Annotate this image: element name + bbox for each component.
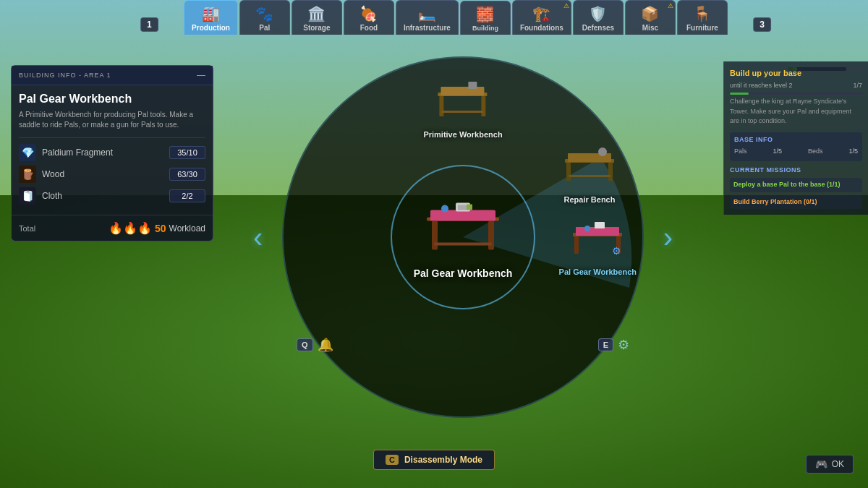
cloth-name: Cloth	[42, 191, 163, 201]
tab-furniture[interactable]: 🪑 Furniture	[677, 0, 728, 35]
tab-misc[interactable]: ⚠ 📦 Misc	[625, 0, 676, 35]
tab-defenses[interactable]: 🛡️ Defenses	[573, 0, 624, 35]
repair-bench-image	[557, 143, 622, 194]
beds-label: Beds	[808, 147, 823, 157]
wood-count: 63/30	[169, 168, 205, 181]
material-row-cloth: 🧻 Cloth 2/2	[19, 187, 205, 205]
primitive-workbench-label: Primitive Workbench	[423, 130, 502, 139]
tab-infrastructure[interactable]: 🛏️ Infrastructure	[396, 0, 459, 35]
tab-food[interactable]: 🍖 Food	[344, 0, 394, 35]
disassembly-label: Disassembly Mode	[404, 455, 482, 465]
nav-counter-right: 3	[753, 17, 771, 32]
tab-building-label: Building	[472, 25, 498, 32]
tab-production-label: Production	[192, 24, 230, 32]
paldium-count: 35/10	[169, 146, 205, 159]
bell-icon: 🔔	[318, 337, 333, 353]
production-icon: 🏭	[202, 5, 220, 22]
base-info-title: Base Info	[734, 135, 858, 145]
pal-gear-workbench-right-label: Pal Gear Workbench	[559, 267, 637, 276]
quest-description: Challenge the king at Rayne Syndicate's …	[730, 97, 862, 127]
food-icon: 🍖	[359, 5, 378, 22]
wood-icon: 🪵	[19, 166, 36, 183]
pal-gear-workbench-right-image: ⚙	[565, 215, 630, 266]
svg-rect-13	[440, 96, 444, 116]
mission-1: Deploy a base Pal to the base (1/1)	[730, 178, 862, 192]
mission-2-title: Build Berry Plantation (0/1)	[733, 197, 859, 207]
base-info-pals: Pals 1/5 Beds 1/5	[734, 147, 858, 157]
building-icon: 🧱	[476, 6, 494, 23]
tab-furniture-label: Furniture	[686, 24, 718, 32]
material-row-paldium: 💎 Paldium Fragment 35/10	[19, 144, 205, 161]
svg-rect-12	[469, 82, 477, 89]
tab-misc-label: Misc	[642, 24, 658, 32]
radial-item-pal-gear-right[interactable]: ⚙ Pal Gear Workbench	[559, 215, 637, 276]
workload: 🔥🔥🔥 50 Workload	[109, 221, 205, 235]
tab-foundations-label: Foundations	[520, 24, 563, 32]
radial-menu: Pal Gear Workbench Primitive Workbench	[282, 56, 644, 418]
tab-defenses-label: Defenses	[582, 24, 614, 32]
repair-bench-label: Repair Bench	[557, 195, 622, 204]
material-row-wood: 🪵 Wood 63/30	[19, 166, 205, 183]
e-key-badge[interactable]: E	[598, 338, 613, 351]
tab-pal[interactable]: 🐾 Pal	[239, 0, 290, 35]
key-hint-right: E ⚙	[598, 337, 629, 353]
missions-section: Current Missions Deploy a base Pal to th…	[730, 166, 862, 210]
pals-label: Pals	[734, 147, 747, 157]
nav-arrow-right[interactable]: ›	[663, 221, 673, 253]
storage-icon: 🏛️	[307, 5, 326, 22]
disassembly-mode-button[interactable]: C Disassembly Mode	[373, 450, 495, 470]
svg-point-25	[584, 226, 590, 231]
workload-icons: 🔥🔥🔥	[109, 221, 152, 235]
tab-storage[interactable]: 🏛️ Storage	[292, 0, 342, 35]
radial-item-repair-bench[interactable]: Repair Bench	[557, 143, 622, 204]
missions-title: Current Missions	[730, 166, 862, 176]
q-key-badge[interactable]: Q	[297, 338, 313, 351]
misc-icon: 📦	[641, 5, 659, 22]
radial-center-item: Pal Gear Workbench	[412, 192, 514, 278]
tab-pal-label: Pal	[259, 24, 270, 32]
radial-item-primitive-workbench[interactable]: Primitive Workbench	[423, 78, 502, 139]
tab-storage-label: Storage	[303, 24, 330, 32]
top-navigation: 1 🏭 Production 🐾 Pal 🏛️ Storage 🍖 Food 🛏…	[184, 0, 728, 35]
svg-rect-19	[566, 163, 571, 181]
repair-bench-svg	[559, 145, 621, 192]
tab-foundations[interactable]: ⚠ 🏗️ Foundations	[512, 0, 571, 35]
ok-label: OK	[832, 459, 844, 469]
key-hint-left: Q 🔔	[297, 337, 333, 353]
tab-building[interactable]: 🧱 Building	[460, 1, 511, 35]
mission-2: Build Berry Plantation (0/1)	[730, 195, 862, 210]
quest-section: Build up your base until it reaches leve…	[730, 67, 862, 127]
cloth-count: 2/2	[169, 189, 205, 202]
wood-name: Wood	[42, 169, 163, 179]
workload-text: Workload	[169, 223, 205, 234]
pal-gear-workbench-center-svg	[416, 195, 510, 260]
ok-button[interactable]: 🎮 OK	[806, 455, 854, 474]
svg-rect-14	[482, 96, 486, 116]
center-item-label: Pal Gear Workbench	[412, 267, 514, 278]
infrastructure-icon: 🛏️	[418, 5, 436, 22]
quest-title: Build up your base	[730, 67, 862, 80]
settings-icon: ⚙	[618, 337, 629, 353]
svg-point-5	[441, 205, 448, 212]
panel-description: A Primitive Workbench for producing Pal …	[12, 108, 213, 137]
misc-warning-icon: ⚠	[668, 2, 673, 9]
panel-title: Pal Gear Workbench	[12, 85, 213, 108]
tab-infrastructure-label: Infrastructure	[404, 24, 451, 32]
svg-rect-2	[430, 210, 495, 221]
center-item-image	[412, 192, 514, 264]
panel-header-label: BUILDING INFO - AREA 1	[19, 72, 111, 79]
tab-food-label: Food	[360, 24, 378, 32]
cloth-icon: 🧻	[19, 187, 36, 205]
nav-arrow-left[interactable]: ‹	[253, 221, 263, 253]
svg-rect-11	[441, 87, 485, 95]
quest-progress-bar	[730, 93, 862, 95]
beds-value: 1/5	[848, 147, 858, 157]
foundations-icon: 🏗️	[532, 5, 550, 22]
pals-value: 1/5	[773, 147, 782, 157]
svg-rect-26	[574, 236, 579, 254]
base-info-section: Base Info Pals 1/5 Beds 1/5	[730, 132, 862, 161]
svg-rect-15	[442, 111, 484, 113]
materials-section: 💎 Paldium Fragment 35/10 🪵 Wood 63/30 🧻 …	[12, 138, 213, 215]
panel-close-button[interactable]: —	[197, 70, 205, 80]
tab-production[interactable]: 🏭 Production	[184, 0, 238, 35]
